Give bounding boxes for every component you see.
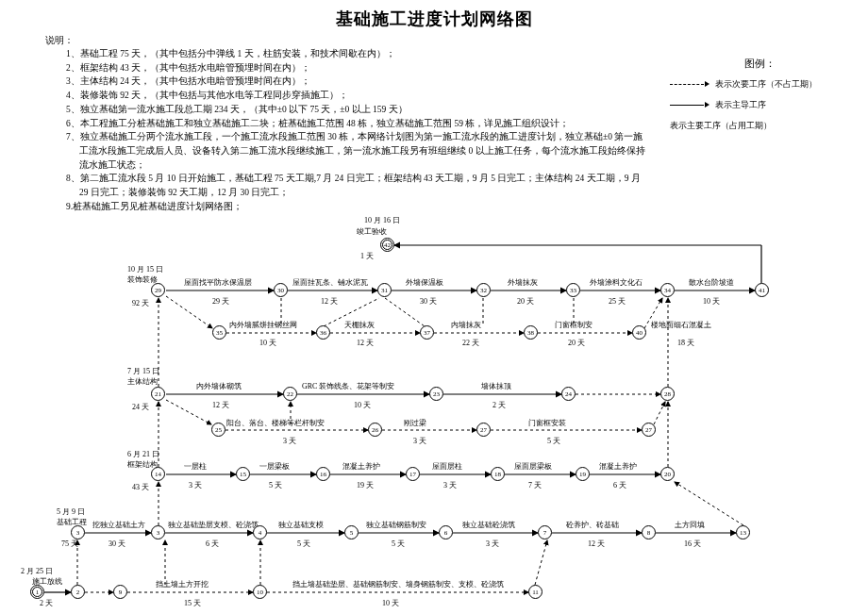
node-20: 20 (660, 467, 675, 481)
node-13: 13 (736, 525, 750, 539)
lbl-zs: 装饰装修 (127, 274, 158, 285)
node-29: 29 (151, 283, 165, 297)
lbl-b4: 独立基础钢筋制安 (366, 520, 426, 530)
svg-line-48 (385, 298, 425, 326)
node-33: 33 (566, 283, 580, 297)
lbl-k3: 混凝土养护 (342, 461, 380, 472)
node-17: 17 (406, 467, 420, 481)
node-10: 10 (253, 585, 267, 599)
lbl-r3: 外墙保温板 (406, 277, 443, 288)
desc-item: 7、独立基础施工分两个流水施工段，一个施工流水段施工范围 30 栋，本网络计划图… (66, 130, 651, 172)
lbl-ys: 竣工验收 (357, 226, 387, 237)
lbl-k1: 一层柱 (184, 461, 207, 472)
legend-text: 表示次要工序（不占工期） (715, 78, 817, 91)
lbl-n4: 门窗框制安 (555, 320, 593, 330)
lbl-b3: 独立基础支模 (278, 520, 324, 530)
dashed-arrow-icon (670, 81, 709, 89)
lbl-fxd: 2 天 (40, 598, 53, 608)
lbl-zt: 主体结构 (127, 376, 158, 387)
lbl-k1d: 3 天 (189, 480, 202, 490)
node-18: 18 (491, 467, 505, 481)
lbl-b4d: 5 天 (392, 539, 405, 549)
lbl-b2d: 6 天 (206, 539, 219, 549)
lbl-r1: 屋面找平防水保温层 (184, 277, 252, 288)
lbl-r2: 屋面挂瓦条、铺水泥瓦 (292, 277, 368, 288)
svg-line-41 (166, 296, 212, 328)
node-15: 15 (236, 467, 250, 481)
lbl-k5: 屋面层梁板 (514, 461, 552, 472)
lbl-f2d: 10 天 (382, 598, 399, 608)
node-6: 6 (439, 525, 453, 539)
lbl-zsd: 92 天 (132, 298, 149, 308)
node-26: 26 (368, 423, 382, 437)
page-title: 基础施工进度计划网络图 (0, 8, 868, 30)
network-diagram: 1 2 3 3 4 5 6 7 8 9 10 11 13 14 15 16 17… (0, 206, 868, 611)
legend-row-primary: 表示主要工序（占用工期） (670, 120, 849, 132)
lbl-k3d: 19 天 (357, 480, 374, 490)
svg-line-31 (654, 402, 665, 424)
node-28: 28 (660, 387, 675, 401)
lbl-p2d: 3 天 (413, 436, 426, 446)
lbl-jcd: 75 天 (61, 539, 78, 549)
lbl-p2: 刚过梁 (404, 418, 426, 428)
lbl-k4: 屋面层柱 (432, 461, 462, 472)
desc-label: 说明： (45, 34, 74, 47)
lbl-p3: 门窗框安装 (528, 418, 566, 428)
node-41: 41 (755, 283, 769, 297)
lbl-r6: 散水台阶坡道 (689, 277, 734, 288)
lbl-m2d: 10 天 (354, 400, 371, 410)
lbl-r4d: 20 天 (517, 296, 534, 307)
node-5: 5 (344, 525, 359, 539)
legend-row-secondary: 表示次要工序（不占工期） (670, 78, 849, 91)
node-7: 7 (538, 525, 552, 539)
lbl-b6d: 12 天 (588, 539, 605, 549)
lbl-k6: 混凝土养护 (599, 461, 637, 472)
lbl-p1: 阳台、落台、楼梯等栏杆制安 (226, 418, 325, 428)
lbl-n2d: 12 天 (357, 338, 374, 348)
node-35: 35 (212, 325, 226, 340)
lbl-r3d: 30 天 (420, 296, 437, 307)
node-24: 24 (561, 387, 576, 401)
node-3-alt: 3 (71, 525, 85, 539)
node-22: 22 (283, 387, 297, 401)
node-14: 14 (151, 467, 165, 481)
lbl-b1d: 30 天 (108, 539, 125, 549)
lbl-k2: 一层梁板 (259, 461, 290, 472)
lbl-m1: 内外墙体砌筑 (196, 381, 242, 391)
lbl-n3: 内墙抹灰 (451, 320, 481, 330)
node-3: 3 (151, 525, 165, 539)
node-11: 11 (528, 585, 542, 599)
desc-item: 6、本工程施工分桩基础施工和独立基础施工二块；桩基础施工范围 48 栋，独立基础… (66, 117, 651, 131)
lbl-r5: 外墙涂料文化石 (590, 277, 643, 288)
lbl-ztd: 24 天 (132, 402, 149, 412)
node-30: 30 (274, 283, 288, 297)
node-37: 37 (420, 325, 434, 340)
lbl-r5d: 25 天 (609, 296, 626, 307)
lbl-b7d: 16 天 (684, 539, 701, 549)
lbl-date-4: 6 月 21 日 (127, 449, 159, 459)
node-36: 36 (316, 325, 330, 340)
lbl-date-5: 5 月 9 日 (57, 506, 85, 517)
lbl-f1d: 15 天 (184, 598, 201, 608)
lbl-b2: 独立基础垫层支模、砼浇筑 (168, 520, 259, 530)
node-27b: 27 (642, 423, 656, 437)
lbl-k5d: 7 天 (528, 480, 542, 490)
legend-text: 表示主要工序（占用工期） (670, 120, 772, 132)
node-4: 4 (253, 525, 267, 539)
lbl-b6: 砼养护、砖基础 (566, 520, 619, 530)
node-23: 23 (429, 387, 443, 401)
lbl-b5d: 3 天 (486, 539, 499, 549)
node-2: 2 (71, 585, 85, 599)
svg-line-12 (535, 540, 547, 585)
lbl-f1: 挡土墙土方开挖 (156, 579, 209, 589)
lbl-k2d: 5 天 (269, 480, 282, 490)
lbl-date-6: 2 月 25 日 (21, 566, 53, 576)
node-9: 9 (113, 585, 127, 599)
lbl-r1d: 29 天 (212, 296, 229, 307)
desc-item: 5、独立基础第一流水施工段总工期 234 天，（其中±0 以下 75 天，±0 … (66, 103, 651, 117)
lbl-date-3: 7 月 15 日 (127, 366, 159, 376)
lbl-m3d: 2 天 (492, 400, 506, 410)
lbl-b1: 挖独立基础土方 (92, 520, 145, 530)
node-34: 34 (660, 283, 675, 297)
lbl-n5: 楼地面细石混凝土 (651, 320, 711, 330)
